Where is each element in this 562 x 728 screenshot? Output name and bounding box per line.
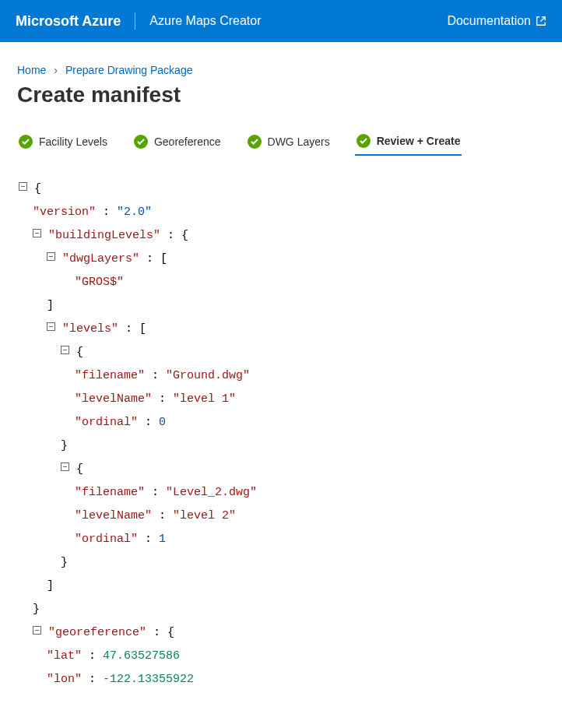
collapse-toggle-icon[interactable] (33, 229, 41, 237)
product-label: Azure Maps Creator (149, 14, 261, 28)
breadcrumb: Home › Prepare Drawing Package (17, 64, 545, 76)
top-nav-bar: Microsoft Azure Azure Maps Creator Docum… (0, 0, 562, 42)
step-review-create[interactable]: Review + Create (355, 129, 462, 156)
brand-label: Microsoft Azure (16, 13, 121, 30)
collapse-toggle-icon[interactable] (47, 322, 55, 331)
collapse-toggle-icon[interactable] (47, 252, 55, 261)
check-circle-icon (357, 134, 371, 148)
wizard-footer: Create + Download Previous Next (0, 723, 562, 728)
page-title: Create manifest (17, 83, 545, 107)
manifest-json-viewer: { "version" : "2.0" "buildingLevels" : {… (17, 178, 545, 723)
collapse-toggle-icon[interactable] (61, 462, 69, 471)
chevron-right-icon: › (54, 64, 58, 76)
step-facility-levels[interactable]: Facility Levels (17, 130, 109, 155)
breadcrumb-home-link[interactable]: Home (17, 64, 46, 76)
check-circle-icon (134, 135, 148, 149)
step-label: Facility Levels (39, 135, 107, 148)
collapse-toggle-icon[interactable] (33, 626, 41, 635)
external-link-icon (536, 16, 546, 26)
wizard-steps: Facility Levels Georeference DWG Layers … (17, 129, 545, 156)
check-circle-icon (19, 135, 33, 149)
vertical-divider (135, 12, 135, 30)
documentation-label: Documentation (447, 14, 531, 28)
step-dwg-layers[interactable]: DWG Layers (246, 130, 332, 155)
step-label: Georeference (154, 135, 221, 148)
step-label: Review + Create (377, 135, 461, 147)
step-georeference[interactable]: Georeference (132, 130, 223, 155)
collapse-toggle-icon[interactable] (61, 346, 69, 354)
collapse-toggle-icon[interactable] (19, 182, 27, 191)
check-circle-icon (248, 135, 262, 149)
step-label: DWG Layers (268, 135, 330, 148)
documentation-link[interactable]: Documentation (447, 14, 546, 28)
breadcrumb-current-link[interactable]: Prepare Drawing Package (65, 64, 192, 76)
